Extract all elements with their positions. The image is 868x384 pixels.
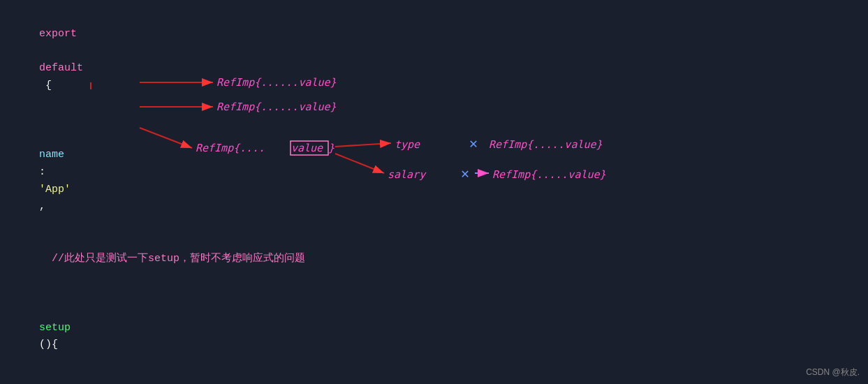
keyword-export: export <box>39 28 77 40</box>
code-line-4: setup (){ <box>14 285 854 371</box>
code-line-2: name : 'App' , <box>14 112 854 233</box>
str-app: 'App' <box>39 184 71 195</box>
code-editor: export default { name : 'App' , //此处只是测试… <box>0 0 868 384</box>
code-line-5: //数据 <box>14 371 854 384</box>
keyword-default: default <box>39 62 83 74</box>
prop-name: name <box>39 149 64 161</box>
fn-setup: setup <box>39 322 71 334</box>
comment-setup: //此处只是测试一下setup，暂时不考虑响应式的问题 <box>39 253 305 265</box>
code-line-1: export default { <box>14 8 854 112</box>
watermark: CSDN @秋皮. <box>806 367 860 378</box>
code-line-3: //此处只是测试一下setup，暂时不考虑响应式的问题 <box>14 233 854 285</box>
